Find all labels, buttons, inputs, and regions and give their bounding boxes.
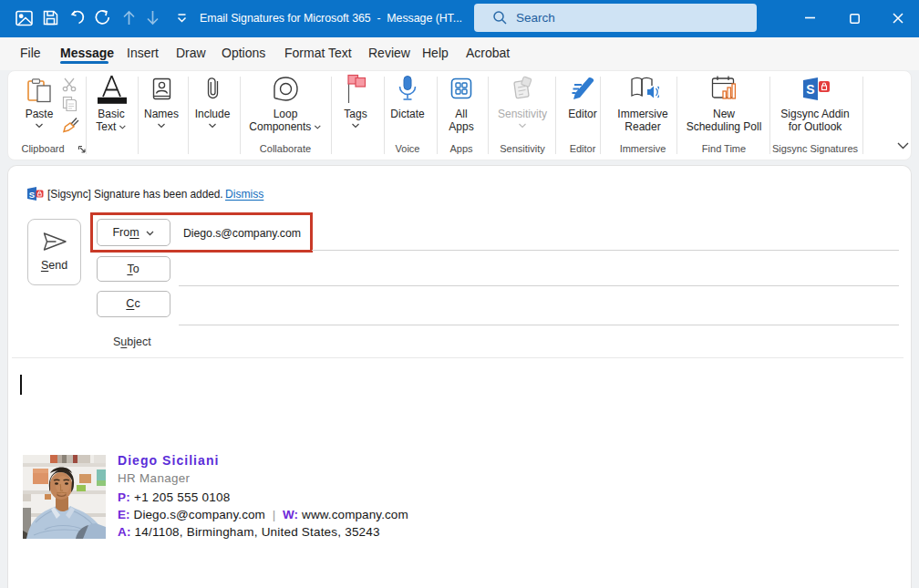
svg-text:S: S	[29, 190, 35, 200]
svg-text:S: S	[806, 82, 814, 97]
